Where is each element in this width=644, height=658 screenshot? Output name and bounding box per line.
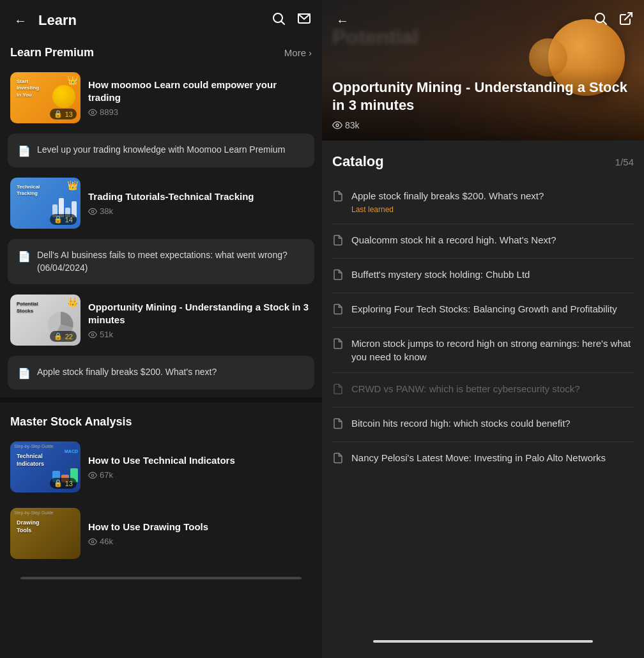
doc-icon-6 <box>332 418 344 432</box>
sub-item-text-dell: Dell's AI business fails to meet expecta… <box>37 249 304 274</box>
svg-line-11 <box>625 13 632 20</box>
search-icon[interactable] <box>271 11 286 30</box>
course-title-tracking: Trading Tutorials-Technical Tracking <box>88 190 312 203</box>
right-panel: Potential ← <box>322 0 644 658</box>
catalog-item-text-6: Bitcoin hits record high: which stocks c… <box>351 417 634 430</box>
learn-premium-title: Learn Premium <box>10 46 94 59</box>
svg-point-12 <box>336 124 339 126</box>
scroll-indicator-right <box>373 640 593 643</box>
course-card-investing[interactable]: StartInvestingIn You 👑 🔒 13 How moomoo L… <box>0 65 322 131</box>
course-card-tracking[interactable]: TechnicalTracking 👑 🔒 14 Trading Tutoria… <box>0 170 322 236</box>
page-title: Learn <box>38 12 77 29</box>
doc-icon-5 <box>332 383 344 398</box>
course-info-tracking: Trading Tutorials-Technical Tracking 38k <box>88 190 312 217</box>
course-title-opportunity: Opportunity Mining - Understanding a Sto… <box>88 301 312 326</box>
catalog-item-text-4: Micron stock jumps to record high on str… <box>351 337 634 363</box>
video-title-overlay: Opportunity Mining - Understanding a Sto… <box>322 68 644 141</box>
catalog-item-text-5: CRWD vs PANW: which is better cybersecur… <box>351 382 634 395</box>
svg-point-6 <box>91 333 94 336</box>
doc-icon-2 <box>332 269 344 284</box>
course-info-opportunity: Opportunity Mining - Understanding a Sto… <box>88 301 312 339</box>
chevron-right-icon: › <box>309 47 312 58</box>
mail-icon[interactable] <box>296 11 312 30</box>
catalog-count: 1/54 <box>615 157 634 167</box>
course-info-technical: How to Use Technical Indicators 67k <box>88 454 312 480</box>
more-button[interactable]: More › <box>284 47 312 58</box>
crown-icon-opportunity: 👑 <box>67 297 78 307</box>
course-thumb-technical: Step-by-Step Guide TechnicalIndicators M… <box>10 441 80 493</box>
scroll-indicator-left <box>20 577 302 579</box>
course-info-drawing: How to Use Drawing Tools 46k <box>88 521 312 547</box>
course-views-investing: 8893 <box>88 107 312 117</box>
doc-icon-3 <box>332 303 344 318</box>
course-thumb-tracking: TechnicalTracking 👑 🔒 14 <box>10 178 80 229</box>
course-title-technical: How to Use Technical Indicators <box>88 454 312 467</box>
catalog-item-text-1: Qualcomm stock hit a record high. What's… <box>351 233 634 247</box>
catalog-item-5[interactable]: CRWD vs PANW: which is better cybersecur… <box>332 373 634 408</box>
section-divider <box>0 397 322 402</box>
doc-icon-4 <box>332 338 344 353</box>
svg-point-4 <box>91 210 94 213</box>
course-views-tracking: 38k <box>88 206 312 216</box>
catalog-header: Catalog 1/54 <box>332 153 634 170</box>
svg-point-3 <box>91 111 94 114</box>
svg-line-1 <box>282 22 285 25</box>
catalog-item-text-0: Apple stock finally breaks $200. What's … <box>351 189 544 215</box>
last-learned-badge: Last learned <box>351 205 394 214</box>
sub-item-apple[interactable]: 📄 Apple stock finally breaks $200. What'… <box>8 356 314 390</box>
video-hero: Potential ← <box>322 0 644 141</box>
course-card-drawing[interactable]: Step-by-Step Guide DrawingTools How to U… <box>0 500 322 567</box>
share-icon[interactable] <box>618 11 634 30</box>
catalog-item-2[interactable]: Buffett's mystery stock holding: Chubb L… <box>332 259 634 293</box>
catalog-item-3[interactable]: Exploring Four Tech Stocks: Balancing Gr… <box>332 293 634 328</box>
crown-icon-tracking: 👑 <box>67 180 78 190</box>
course-title-investing: How moomoo Learn could empower your trad… <box>88 79 312 103</box>
doc-icon-0 <box>332 190 344 205</box>
catalog-item-6[interactable]: Bitcoin hits record high: which stocks c… <box>332 408 634 442</box>
catalog-item-4[interactable]: Micron stock jumps to record high on str… <box>332 328 634 373</box>
course-info-investing: How moomoo Learn could empower your trad… <box>88 79 312 117</box>
catalog-item-text-7: Nancy Pelosi's Latest Move: Investing in… <box>351 451 634 464</box>
header-left: ← Learn <box>10 10 77 31</box>
catalog-item-0[interactable]: Apple stock finally breaks $200. What's … <box>332 180 634 224</box>
catalog-section: Catalog 1/54 Apple stock finally breaks … <box>322 141 644 630</box>
doc-icon-1 <box>332 234 344 249</box>
course-thumb-investing: StartInvestingIn You 👑 🔒 13 <box>10 72 80 123</box>
sub-item-dell[interactable]: 📄 Dell's AI business fails to meet expec… <box>8 239 314 284</box>
doc-icon: 📄 <box>18 145 31 157</box>
sub-item-text-premium: Level up your trading knowledge with Moo… <box>37 144 285 157</box>
sub-item-text-apple: Apple stock finally breaks $200. What's … <box>37 366 217 379</box>
catalog-item-text-3: Exploring Four Tech Stocks: Balancing Gr… <box>351 302 634 316</box>
course-card-technical[interactable]: Step-by-Step Guide TechnicalIndicators M… <box>0 434 322 500</box>
catalog-item-text-2: Buffett's mystery stock holding: Chubb L… <box>351 268 634 281</box>
master-stock-header: Master Stock Analysis <box>0 408 322 434</box>
right-back-button[interactable]: ← <box>332 10 353 31</box>
left-panel: ← Learn Learn Premium More › <box>0 0 322 658</box>
course-title-drawing: How to Use Drawing Tools <box>88 521 312 533</box>
svg-point-7 <box>91 474 94 477</box>
catalog-item-1[interactable]: Qualcomm stock hit a record high. What's… <box>332 224 634 259</box>
course-card-opportunity[interactable]: PotentialStocks 👑 🔒 22 Opportunity Minin… <box>0 287 322 353</box>
sub-item-premium[interactable]: 📄 Level up your trading knowledge with M… <box>8 134 314 167</box>
master-stock-title: Master Stock Analysis <box>10 415 132 429</box>
svg-line-10 <box>604 22 607 25</box>
course-badge: 🔒 13 <box>50 109 77 119</box>
doc-icon-dell: 📄 <box>18 250 31 263</box>
video-views: 83k <box>332 120 634 130</box>
right-search-icon[interactable] <box>593 11 608 30</box>
course-views-drawing: 46k <box>88 537 312 546</box>
svg-point-8 <box>91 540 94 543</box>
back-button[interactable]: ← <box>10 10 31 31</box>
technical-badge: 🔒 13 <box>50 478 77 489</box>
video-main-title: Opportunity Mining - Understanding a Sto… <box>332 79 634 115</box>
crown-icon: 👑 <box>67 75 78 85</box>
course-thumb-drawing: Step-by-Step Guide DrawingTools <box>10 508 80 559</box>
doc-icon-7 <box>332 452 344 467</box>
header-icons <box>271 11 312 30</box>
catalog-title: Catalog <box>332 153 384 170</box>
catalog-item-7[interactable]: Nancy Pelosi's Latest Move: Investing in… <box>332 442 634 476</box>
tracking-badge: 🔒 14 <box>50 214 77 225</box>
learn-premium-header: Learn Premium More › <box>0 38 322 65</box>
opportunity-badge: 🔒 22 <box>50 331 77 342</box>
left-header: ← Learn <box>0 0 322 38</box>
